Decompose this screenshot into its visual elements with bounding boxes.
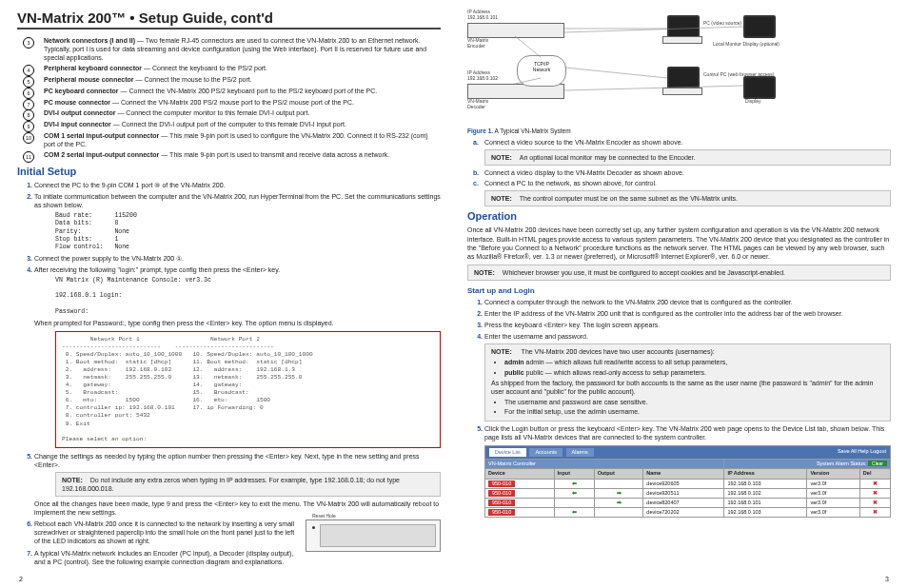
- left-column: VN-Matrix 200™ • Setup Guide, cont'd 3Ne…: [17, 10, 441, 570]
- svg-line-3: [564, 27, 743, 32]
- operation-note: NOTE:Whichever browser you use, it must …: [467, 265, 891, 281]
- baud-settings: Baud rate: 115200 Data bits: 8 Parity: N…: [55, 212, 441, 251]
- figure-steps: a.Connect a video source to the VN-Matri…: [484, 138, 891, 206]
- initial-steps: Connect the PC to the 9-pin COM 1 port ⑩…: [34, 181, 441, 566]
- svg-line-0: [515, 36, 541, 57]
- svg-line-4: [565, 68, 667, 78]
- console-prompt: VN Matrix (R) Maintenance Console: ver3.…: [55, 277, 441, 316]
- note-ip-zeros: NOTE:Do not include any extra zeros when…: [55, 472, 441, 497]
- reset-hole-diagram: [306, 519, 441, 552]
- system-diagram: IP Address 192.168.0.101 VN-Matrix Encod…: [467, 10, 891, 124]
- tab-alarms[interactable]: Alarms: [566, 448, 594, 457]
- tab-device-list[interactable]: Device List: [489, 448, 526, 457]
- table-row[interactable]: 950-010⬅➡device920511192.168.0.102ver3.0…: [485, 488, 891, 498]
- table-row[interactable]: 950-010➡device820407192.168.0.101ver3.0f…: [485, 498, 891, 507]
- startup-steps: Connect a computer through the network t…: [484, 298, 891, 518]
- page-number-right: 3: [885, 576, 889, 582]
- connector-list: 3Network connectors (I and II) — Two fem…: [40, 37, 441, 160]
- svg-line-5: [564, 86, 743, 90]
- figure-note-2: NOTE:The control computer must be on the…: [484, 190, 891, 206]
- heading-operation: Operation: [467, 210, 891, 222]
- table-row[interactable]: 950-010⬅device920605192.168.0.103ver3.0f…: [485, 479, 891, 488]
- page-number-left: 2: [19, 576, 23, 582]
- operation-intro: Once all VN-Matrix 200 devices have been…: [467, 225, 891, 260]
- right-column: IP Address 192.168.0.101 VN-Matrix Encod…: [467, 10, 891, 570]
- diagram-lines: [467, 10, 891, 124]
- svg-line-1: [515, 78, 541, 84]
- device-list-table: Device List Accounts Alarms Save All Hel…: [484, 445, 891, 518]
- page-title: VN-Matrix 200™ • Setup Guide, cont'd: [17, 10, 441, 29]
- terminal-menu: Network Port 1 Network Port 2 ----------…: [55, 331, 441, 448]
- tab-accounts[interactable]: Accounts: [529, 448, 563, 457]
- heading-startup: Start up and Login: [467, 286, 891, 295]
- figure-caption: Figure 1. A Typical VN-Matrix System: [467, 127, 891, 134]
- user-accounts-note: NOTE: The VN-Matrix 200 devices have two…: [484, 343, 891, 421]
- toolbar-links[interactable]: Save All Help Logout: [838, 448, 886, 455]
- figure-note-1: NOTE:An optional local monitor may be co…: [484, 149, 891, 166]
- heading-initial-setup: Initial Setup: [17, 166, 441, 177]
- table-row[interactable]: 950-010⬅device720202192.168.0.103ver3.0f…: [485, 508, 891, 518]
- status-badge: Clear: [868, 461, 887, 466]
